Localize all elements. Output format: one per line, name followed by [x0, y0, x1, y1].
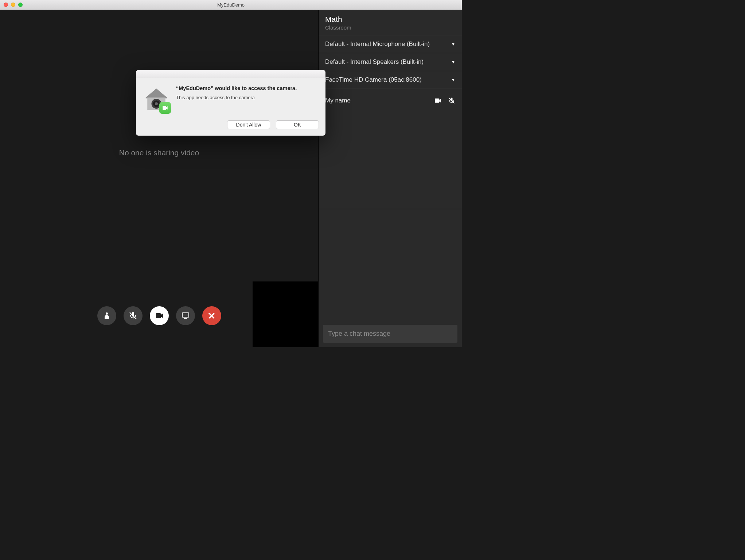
mic-muted-icon — [129, 311, 137, 320]
participant-list: My name — [319, 89, 462, 109]
camera-permission-dialog: “MyEduDemo” would like to access the cam… — [136, 70, 325, 136]
privacy-icon — [143, 86, 169, 112]
mic-select[interactable]: Default - Internal Microphone (Built-in)… — [319, 35, 462, 53]
dialog-subline: This app needs access to the camera — [176, 95, 297, 100]
window-title: MyEduDemo — [0, 2, 462, 8]
no-sharing-label: No one is sharing video — [0, 148, 318, 157]
speaker-select[interactable]: Default - Internal Speakers (Built-in) ▼ — [319, 53, 462, 71]
facetime-badge-icon — [159, 102, 171, 114]
app-content: No one is sharing video Math Classroom — [0, 10, 462, 347]
camera-button[interactable] — [150, 306, 169, 325]
chevron-down-icon: ▼ — [451, 42, 455, 46]
traffic-lights — [4, 3, 23, 7]
participant-status-icons — [434, 97, 455, 104]
close-window-button[interactable] — [4, 3, 8, 7]
chat-log — [319, 209, 462, 321]
raise-hand-button[interactable] — [97, 306, 116, 325]
camera-select-label: FaceTime HD Camera (05ac:8600) — [325, 76, 422, 83]
zoom-window-button[interactable] — [18, 3, 23, 7]
mute-mic-button[interactable] — [124, 306, 143, 325]
dialog-titlebar — [136, 70, 325, 78]
mic-muted-icon — [448, 97, 455, 104]
camera-icon — [155, 311, 164, 320]
share-screen-button[interactable] — [176, 306, 195, 325]
participant-name: My name — [325, 97, 351, 104]
close-icon — [207, 311, 216, 320]
monitor-icon — [181, 311, 190, 320]
chevron-down-icon: ▼ — [451, 60, 455, 64]
room-title: Math — [325, 15, 455, 24]
participant-row: My name — [325, 97, 455, 104]
self-video-preview[interactable] — [253, 281, 318, 347]
person-raise-icon — [102, 311, 111, 320]
sidebar: Math Classroom Default - Internal Microp… — [318, 10, 462, 347]
svg-point-0 — [106, 312, 108, 315]
room-subtitle: Classroom — [325, 24, 455, 31]
svg-rect-4 — [184, 318, 187, 319]
speaker-select-label: Default - Internal Speakers (Built-in) — [325, 58, 424, 66]
video-area: No one is sharing video — [0, 10, 318, 347]
mic-select-label: Default - Internal Microphone (Built-in) — [325, 40, 430, 48]
svg-point-9 — [155, 102, 158, 105]
svg-rect-3 — [182, 313, 189, 317]
dialog-headline: “MyEduDemo” would like to access the cam… — [176, 85, 297, 91]
svg-rect-1 — [133, 318, 133, 319]
dont-allow-button[interactable]: Don't Allow — [227, 120, 270, 129]
camera-on-icon — [434, 97, 441, 104]
chevron-down-icon: ▼ — [451, 78, 455, 82]
chat-panel — [319, 209, 462, 347]
chat-input[interactable] — [323, 325, 457, 343]
minimize-window-button[interactable] — [11, 3, 15, 7]
leave-call-button[interactable] — [202, 306, 221, 325]
window-titlebar: MyEduDemo — [0, 0, 462, 10]
camera-select[interactable]: FaceTime HD Camera (05ac:8600) ▼ — [319, 71, 462, 89]
room-header: Math Classroom — [319, 10, 462, 35]
ok-button[interactable]: OK — [276, 120, 319, 129]
